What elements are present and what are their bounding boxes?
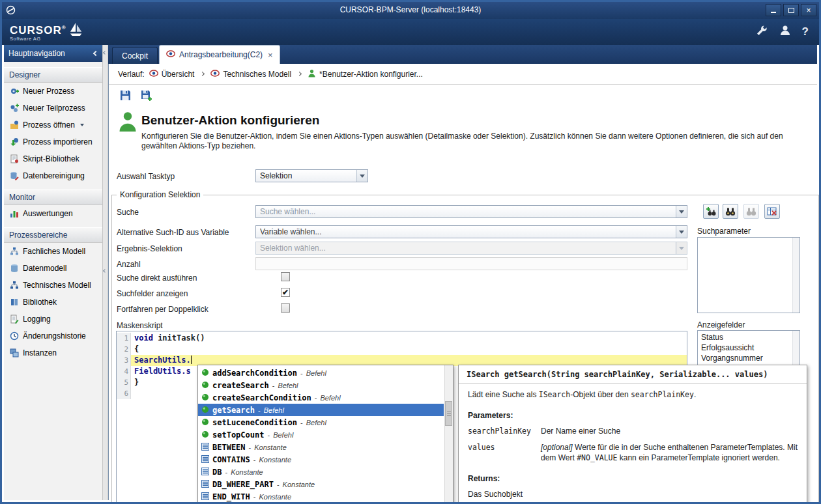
window-title: CURSOR-BPM-Server (localhost:18443) — [2, 5, 819, 14]
scrollbar[interactable] — [792, 238, 799, 313]
eye-icon — [166, 50, 175, 59]
doc-parameters-heading: Parameters: — [468, 410, 798, 421]
breadcrumb-separator-icon — [200, 72, 205, 76]
constant-icon — [201, 466, 209, 478]
autocomplete-item[interactable]: BETWEEN-Konstante — [198, 441, 444, 453]
sidebar-item-skript-bibliothek[interactable]: Skript-Bibliothek — [4, 150, 102, 167]
sidebar-item-datenmodell[interactable]: Datenmodell — [4, 260, 102, 277]
collapse-arrow-icon — [103, 269, 107, 273]
sidebar-item-fachliches-modell[interactable]: Fachliches Modell — [4, 243, 102, 260]
new-process-icon — [10, 87, 19, 96]
save-button[interactable] — [117, 88, 133, 104]
sidebar-item-auswertungen[interactable]: Auswertungen — [4, 205, 102, 222]
tools-button[interactable] — [755, 24, 768, 40]
list-item[interactable]: Status — [698, 332, 799, 343]
edit-search-button[interactable] — [743, 204, 759, 219]
list-item[interactable]: Erfolgsaussicht — [698, 343, 799, 353]
autocomplete-item[interactable]: DB_WHERE_PART-Konstante — [198, 478, 444, 490]
suchparameter-label: Suchparameter — [697, 227, 751, 236]
data-model-icon — [10, 264, 19, 273]
autocomplete-item-selected[interactable]: getSearch-Befehl — [198, 404, 444, 416]
autocomplete-item[interactable]: DB-Konstante — [198, 466, 444, 478]
new-subprocess-icon — [10, 104, 19, 113]
logging-icon — [10, 315, 19, 324]
sidebar-item-prozess-oeffnen[interactable]: Prozess öffnen — [4, 117, 102, 133]
breadcrumb-separator-icon — [297, 72, 302, 76]
sidebar-item-datenbereinigung[interactable]: Datenbereinigung — [4, 167, 102, 184]
autocomplete-item[interactable]: END_WITH-Konstante — [198, 490, 444, 503]
breadcrumb-item-technisches-modell[interactable]: Technisches Modell — [210, 70, 291, 79]
open-search-button[interactable] — [723, 204, 738, 219]
close-button[interactable]: × — [801, 4, 816, 16]
anzahl-label: Anzahl — [117, 260, 141, 269]
sidebar-collapse-strip[interactable] — [103, 45, 108, 500]
suchparameter-list[interactable] — [697, 237, 800, 313]
add-search-button[interactable] — [703, 204, 719, 219]
sidebar-item-bibliothek[interactable]: Bibliothek — [4, 294, 102, 311]
sidebar-item-prozess-importieren[interactable]: Prozess importieren — [4, 133, 102, 150]
minimize-button[interactable] — [766, 4, 781, 16]
doppelklick-checkbox[interactable] — [281, 303, 290, 313]
command-icon — [201, 392, 209, 404]
command-icon — [201, 380, 209, 391]
user-action-page-icon — [117, 110, 139, 135]
tab-antragsbearbeitung[interactable]: Antragsbearbeitung(C2) × — [159, 45, 280, 64]
open-process-icon — [10, 120, 19, 130]
app-window: CURSOR-BPM-Server (localhost:18443) × CU… — [0, 0, 821, 504]
chevron-down-icon — [676, 206, 687, 217]
sidebar-item-aenderungshistorie[interactable]: Änderungshistorie — [4, 328, 102, 344]
anzahl-field[interactable] — [255, 257, 687, 270]
autocomplete-item[interactable]: CONTAINS-Konstante — [198, 453, 444, 466]
suchfelder-checkbox[interactable]: ✔ — [281, 288, 290, 297]
breadcrumb-item-uebersicht[interactable]: Übersicht — [149, 70, 195, 79]
ergebnis-select[interactable]: Selektion wählen... — [255, 242, 687, 255]
technical-model-icon — [10, 281, 19, 290]
sidebar-item-neuer-prozess[interactable]: Neuer Prozess — [4, 83, 102, 100]
suche-direkt-label: Suche direkt ausführen — [117, 273, 197, 283]
list-item[interactable]: Vorgangsnummer — [698, 353, 799, 363]
variable-select[interactable]: Variable wählen... — [255, 225, 687, 238]
doc-parameter-row: searchPlainKey Der Name einer Suche — [468, 426, 798, 436]
remove-selection-button[interactable] — [764, 204, 780, 219]
breadcrumb-item-benutzer-aktion[interactable]: *Benutzer-Aktion konfigurier... — [308, 69, 423, 79]
sidebar-item-neuer-teilprozess[interactable]: Neuer Teilprozess — [4, 100, 102, 117]
collapse-sidebar-icon[interactable] — [93, 51, 98, 56]
autocomplete-item[interactable]: createSearch-Befehl — [198, 379, 444, 391]
main-panel-edge — [108, 64, 109, 500]
page-title: Benutzer-Aktion konfigurieren — [141, 113, 319, 128]
user-admin-button[interactable] — [779, 24, 792, 40]
sidebar-header: Hauptnavigation — [4, 45, 102, 62]
suchfelder-label: Suchfelder anzeigen — [117, 289, 188, 298]
suche-label: Suche — [117, 208, 139, 217]
autocomplete-item[interactable]: createSearchCondition-Befehl — [198, 391, 444, 404]
close-icon: × — [806, 6, 811, 15]
save-as-button[interactable] — [138, 88, 154, 104]
sidebar-item-technisches-modell[interactable]: Technisches Modell — [4, 277, 102, 294]
user-action-icon — [308, 69, 316, 79]
open-process-menu-icon[interactable] — [80, 124, 84, 126]
autocomplete-item[interactable]: setLuceneCondition-Befehl — [198, 416, 444, 428]
variable-label: Alternative Such-ID aus Variable — [117, 228, 229, 237]
doppelklick-label: Fortfahren per Doppelklick — [117, 305, 209, 314]
scrollbar[interactable] — [444, 365, 453, 503]
suche-direkt-checkbox[interactable] — [281, 272, 290, 281]
tasktype-select[interactable]: Selektion — [255, 169, 368, 182]
constant-icon — [201, 479, 209, 490]
tab-cockpit[interactable]: Cockpit — [112, 47, 158, 64]
toolbar — [109, 85, 817, 106]
maximize-button[interactable] — [783, 4, 799, 16]
sidebar-item-logging[interactable]: Logging — [4, 311, 102, 328]
tasktype-label: Auswahl Tasktyp — [117, 172, 175, 181]
brand-subtitle: Software AG — [10, 36, 66, 42]
suche-select[interactable]: Suche wählen... — [255, 205, 687, 218]
autocomplete-item[interactable]: setTopCount-Befehl — [198, 428, 444, 441]
autocomplete-item[interactable]: addSearchCondition-Befehl — [198, 367, 444, 379]
autocomplete-popup: addSearchCondition-Befehl createSearch-B… — [197, 365, 454, 504]
eye-icon — [149, 70, 158, 79]
tab-close-icon[interactable]: × — [268, 50, 273, 60]
help-button[interactable]: ? — [802, 25, 809, 38]
scrollbar-thumb[interactable] — [445, 401, 452, 426]
text-cursor — [191, 356, 192, 364]
sidebar-item-instanzen[interactable]: Instanzen — [4, 344, 102, 361]
sidebar: Hauptnavigation Designer Neuer Prozess N… — [4, 45, 103, 500]
